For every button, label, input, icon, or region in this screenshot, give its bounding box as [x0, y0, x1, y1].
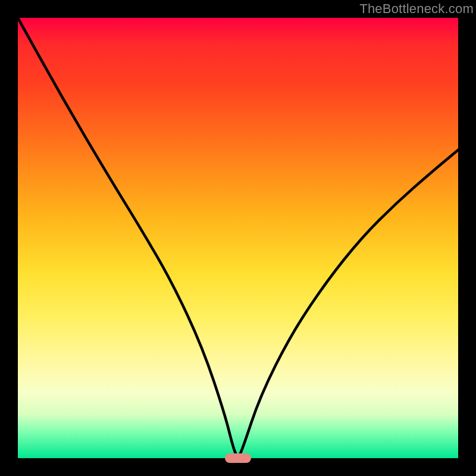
plot-area [18, 18, 458, 458]
optimum-marker [225, 453, 251, 463]
chart-frame: TheBottleneck.com [0, 0, 476, 476]
bottleneck-curve [18, 18, 458, 458]
watermark-text: TheBottleneck.com [359, 1, 474, 17]
